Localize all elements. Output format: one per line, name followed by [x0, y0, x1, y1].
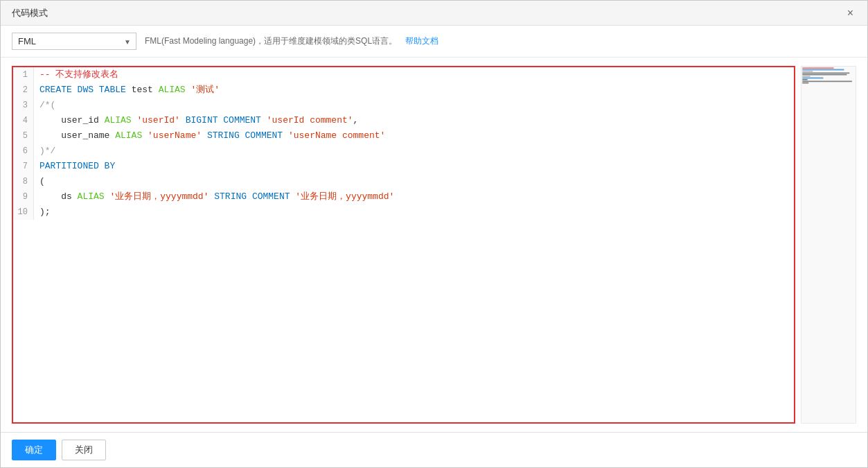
- code-line-9: 9 ds ALIAS '业务日期，yyyymmdd' STRING COMMEN…: [13, 189, 794, 205]
- footer: 确定 关闭: [1, 432, 867, 467]
- confirm-button[interactable]: 确定: [12, 440, 56, 460]
- minimap-line-2: [802, 69, 844, 71]
- comment-text: -- 不支持修改表名: [39, 69, 118, 80]
- minimap-line-4: [802, 72, 849, 73]
- line-num-6: 6: [13, 144, 34, 159]
- dialog: 代码模式 × FML ▼ FML(Fast Modeling language)…: [0, 0, 868, 468]
- line-num-9: 9: [13, 189, 34, 205]
- line-content-9: ds ALIAS '业务日期，yyyymmdd' STRING COMMENT …: [34, 189, 794, 205]
- code-line-2: 2 CREATE DWS TABLE test ALIAS '测试': [13, 83, 794, 98]
- lang-select[interactable]: FML: [12, 33, 136, 50]
- line-content-2: CREATE DWS TABLE test ALIAS '测试': [34, 83, 794, 98]
- minimap-line-9: [802, 80, 852, 82]
- line-content-3: /*(: [34, 98, 794, 113]
- line-content-7: PARTITIONED BY: [34, 159, 794, 174]
- line-content-6: )*/: [34, 144, 794, 159]
- minimap-line-7: [802, 78, 823, 79]
- keyword-create: CREATE DWS TABLE: [39, 85, 126, 95]
- code-line-8: 8 (: [13, 174, 794, 189]
- line-num-3: 3: [13, 98, 34, 113]
- minimap-line-3: [802, 71, 813, 72]
- code-line-6: 6 )*/: [13, 144, 794, 159]
- line-num-4: 4: [13, 113, 34, 128]
- toolbar-description: FML(Fast Modeling language)，适用于维度建模领域的类S…: [145, 35, 397, 47]
- minimap-line-10: [802, 83, 808, 84]
- cancel-button[interactable]: 关闭: [62, 440, 106, 460]
- code-line-7: 7 PARTITIONED BY: [13, 159, 794, 174]
- code-line-1: 1 -- 不支持修改表名: [13, 67, 794, 83]
- line-content-5: user_name ALIAS 'userName' STRING COMMEN…: [34, 128, 794, 144]
- minimap-line-1: [802, 67, 833, 69]
- line-content-10: );: [34, 205, 794, 220]
- minimap-content: [801, 67, 856, 85]
- close-icon[interactable]: ×: [844, 6, 856, 20]
- minimap-line-5: [802, 74, 847, 76]
- line-num-8: 8: [13, 174, 34, 189]
- code-line-3: 3 /*(: [13, 98, 794, 113]
- line-num-1: 1: [13, 67, 34, 83]
- minimap-line-6: [802, 76, 810, 77]
- code-line-4: 4 user_id ALIAS 'userId' BIGINT COMMENT …: [13, 113, 794, 128]
- minimap-line-8: [802, 79, 808, 80]
- main-area: 1 -- 不支持修改表名 2 CREATE DWS TABLE test ALI…: [1, 58, 867, 432]
- line-num-7: 7: [13, 159, 34, 174]
- toolbar: FML ▼ FML(Fast Modeling language)，适用于维度建…: [1, 26, 867, 58]
- line-num-10: 10: [13, 205, 34, 220]
- code-line-5: 5 user_name ALIAS 'userName' STRING COMM…: [13, 128, 794, 144]
- line-content-1: -- 不支持修改表名: [34, 67, 794, 83]
- line-content-4: user_id ALIAS 'userId' BIGINT COMMENT 'u…: [34, 113, 794, 128]
- dialog-header: 代码模式 ×: [1, 1, 867, 26]
- code-editor[interactable]: 1 -- 不支持修改表名 2 CREATE DWS TABLE test ALI…: [12, 66, 795, 424]
- minimap: [801, 66, 856, 424]
- code-line-10: 10 );: [13, 205, 794, 220]
- line-num-2: 2: [13, 83, 34, 98]
- lang-select-wrapper: FML ▼: [12, 33, 136, 50]
- dialog-title: 代码模式: [12, 7, 48, 19]
- line-content-8: (: [34, 174, 794, 189]
- help-link[interactable]: 帮助文档: [405, 35, 439, 47]
- line-num-5: 5: [13, 128, 34, 144]
